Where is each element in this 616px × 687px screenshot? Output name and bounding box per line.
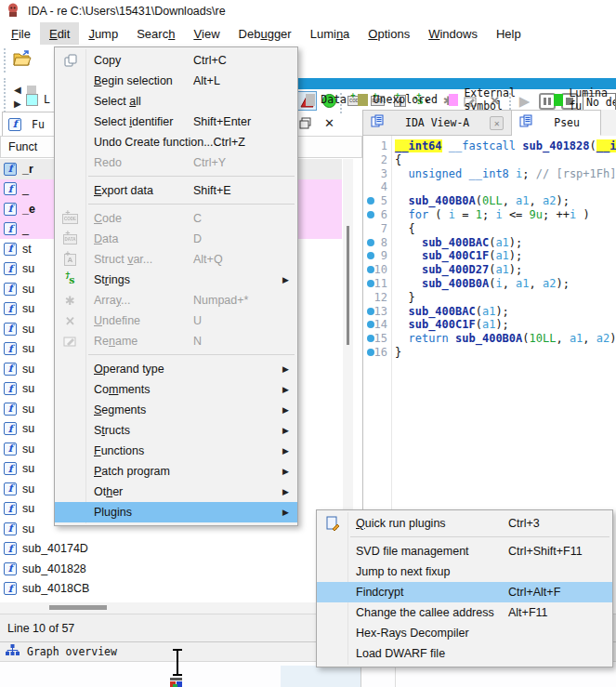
- code-line-5[interactable]: 5 sub_400B0A(0LL, a1, a2);: [363, 194, 616, 208]
- toolbar-grip[interactable]: [4, 48, 6, 73]
- plugins-menu-item-hex-rays-decompiler[interactable]: Hex-Rays Decompiler: [317, 623, 612, 643]
- code-line-12[interactable]: 12 }: [363, 291, 616, 305]
- edit-menu-item-segments[interactable]: Segments▶: [55, 400, 297, 420]
- edit-menu-item-plugins[interactable]: Plugins▶: [55, 502, 297, 522]
- toolbar-grip-2[interactable]: [4, 78, 6, 115]
- edit-menu-item-other[interactable]: Other▶: [55, 482, 297, 502]
- functions-hscrollbar-thumb[interactable]: [49, 605, 107, 610]
- edit-menu-item-copy[interactable]: CopyCtrl+C: [55, 50, 297, 71]
- close-panel-icon[interactable]: ✕: [324, 116, 334, 133]
- edit-menu-item-export-data[interactable]: Export dataShift+E: [55, 180, 297, 201]
- code-text: sub_400C1F(a1);: [395, 249, 522, 263]
- edit-menu-item-operand-type[interactable]: Operand type▶: [55, 359, 297, 379]
- edit-menu-item-undo-create-function[interactable]: Undo Create function...Ctrl+Z: [55, 132, 297, 152]
- menu-help[interactable]: Help: [487, 22, 531, 45]
- plugins-menu-item-findcrypt[interactable]: FindcryptCtrl+Alt+F: [317, 582, 612, 602]
- function-name: _: [22, 182, 29, 195]
- line-status: Line 10 of 57: [7, 622, 74, 635]
- menu-file[interactable]: File: [2, 22, 40, 45]
- functions-tab-label: Fu: [32, 118, 45, 131]
- plugins-menu-item-change-the-callee-address[interactable]: Change the callee addressAlt+F11: [317, 602, 612, 623]
- legend-swatch-external-symbol: [449, 94, 459, 106]
- code-line-11[interactable]: 11 sub_400B0A(i, a1, a2);: [363, 277, 616, 291]
- edit-menu-item-struct-var: A+Struct var...Alt+Q: [55, 249, 297, 270]
- code-line-16[interactable]: 16}: [363, 346, 616, 360]
- tab-pseu[interactable]: Pseu: [512, 110, 601, 136]
- menu-lumina[interactable]: Lumina: [301, 22, 360, 45]
- ida-window: IDA - re C:\Users\15431\Downloads\re Fil…: [0, 0, 616, 687]
- tab-ida-view-a[interactable]: IDA View-A✕: [363, 110, 512, 136]
- menu-item-shortcut: Ctrl+3: [508, 517, 597, 530]
- line-number: 14: [363, 318, 387, 332]
- menu-options[interactable]: Options: [359, 22, 419, 45]
- menu-edit[interactable]: Edit: [40, 22, 79, 45]
- menu-windows[interactable]: Windows: [419, 22, 487, 45]
- edit-menu-item-redo: RedoCtrl+Y: [55, 152, 297, 173]
- function-name: sub_40174D: [22, 542, 88, 555]
- code-line-14[interactable]: 14 sub_400C1F(a1);: [363, 318, 616, 332]
- code-text: sub_400BAC(a1);: [395, 305, 509, 319]
- function-row[interactable]: fsub_40174D: [0, 539, 342, 560]
- function-icon: f: [4, 502, 17, 515]
- edit-menu-item-undefine: ✕UndefineU: [55, 310, 297, 331]
- function-name: su: [22, 342, 34, 355]
- function-icon: f: [4, 222, 17, 235]
- menu-search[interactable]: Search: [127, 22, 184, 45]
- code-line-4[interactable]: 4: [363, 180, 616, 194]
- code-line-13[interactable]: 13 sub_400BAC(a1);: [363, 305, 616, 319]
- code-line-1[interactable]: 1__int64 __fastcall sub_401828(__in: [363, 139, 616, 153]
- line-number: 15: [363, 332, 387, 346]
- edit-menu-item-select-identifier[interactable]: Select identifierShift+Enter: [55, 112, 297, 132]
- edit-menu-separator: [88, 204, 295, 205]
- code-line-7[interactable]: 7 {: [363, 222, 616, 236]
- float-panel-icon[interactable]: [299, 116, 311, 133]
- plugins-menu-item-load-dwarf-file[interactable]: Load DWARF file: [317, 643, 612, 664]
- menu-item-shortcut: Ctrl+Z: [214, 136, 303, 149]
- back-arrow-icon[interactable]: ◀: [14, 85, 21, 95]
- code-line-3[interactable]: 3 unsigned __int8 i; // [rsp+1Fh]: [363, 167, 616, 181]
- forward-arrow-icon[interactable]: ▶: [14, 99, 21, 109]
- function-icon: f: [4, 462, 17, 475]
- function-icon: f: [4, 582, 17, 595]
- code-icon: CODE+: [55, 214, 85, 224]
- functions-hscrollbar[interactable]: [0, 602, 362, 614]
- line-number: 7: [363, 222, 387, 236]
- menu-item-label: Plugins: [85, 506, 193, 519]
- edit-menu-item-select-all[interactable]: Select all: [55, 91, 297, 112]
- code-line-10[interactable]: 10 sub_400D27(a1);: [363, 263, 616, 277]
- edit-menu-item-patch-program[interactable]: Patch program▶: [55, 461, 297, 482]
- edit-menu-separator: [88, 176, 295, 177]
- plugins-menu-item-svd-file-management[interactable]: SVD file managementCtrl+Shift+F11: [317, 541, 612, 561]
- tab-label: Pseu: [541, 116, 593, 129]
- text-cursor-icon: [173, 649, 182, 676]
- functions-vscrollbar-thumb[interactable]: [347, 226, 349, 345]
- menu-debugger[interactable]: Debugger: [229, 22, 301, 45]
- edit-menu-item-strings[interactable]: ’s+Strings▶: [55, 270, 297, 290]
- code-text: sub_400C1F(a1);: [395, 318, 509, 332]
- open-file-button[interactable]: [12, 48, 33, 69]
- code-line-15[interactable]: 15 return sub_400B0A(10LL, a1, a2);: [363, 332, 616, 346]
- code-line-8[interactable]: 8 sub_400BAC(a1);: [363, 236, 616, 250]
- edit-menu-item-functions[interactable]: Functions▶: [55, 441, 297, 461]
- code-text: }: [395, 291, 415, 305]
- function-row[interactable]: fsub_401828: [0, 559, 342, 579]
- function-icon: f: [4, 262, 17, 275]
- code-line-6[interactable]: 6 for ( i = 1; i <= 9u; ++i ): [363, 208, 616, 222]
- menu-view[interactable]: View: [184, 22, 229, 45]
- code-line-2[interactable]: 2{: [363, 153, 616, 167]
- edit-menu-item-begin-selection[interactable]: Begin selectionAlt+L: [55, 71, 297, 91]
- line-number: 1: [363, 139, 387, 153]
- plugins-menu-item-jump-to-next-fixup[interactable]: Jump to next fixup: [317, 561, 612, 582]
- menu-item-shortcut: Ctrl+C: [193, 54, 282, 67]
- code-line-9[interactable]: 9 sub_400C1F(a1);: [363, 249, 616, 263]
- function-row[interactable]: fsub_4018CB: [0, 579, 342, 600]
- close-tab-icon[interactable]: ✕: [490, 116, 504, 130]
- function-name: su: [22, 382, 34, 395]
- legend-library: L: [26, 92, 50, 107]
- plugins-menu-item-quick-run-plugins[interactable]: Quick run pluginsCtrl+3: [317, 513, 612, 534]
- edit-menu-item-structs[interactable]: Structs▶: [55, 420, 297, 441]
- menu-jump[interactable]: Jump: [79, 22, 127, 45]
- edit-menu: CopyCtrl+CBegin selectionAlt+LSelect all…: [54, 46, 298, 526]
- edit-menu-item-comments[interactable]: Comments▶: [55, 379, 297, 400]
- rename-icon: [55, 335, 85, 348]
